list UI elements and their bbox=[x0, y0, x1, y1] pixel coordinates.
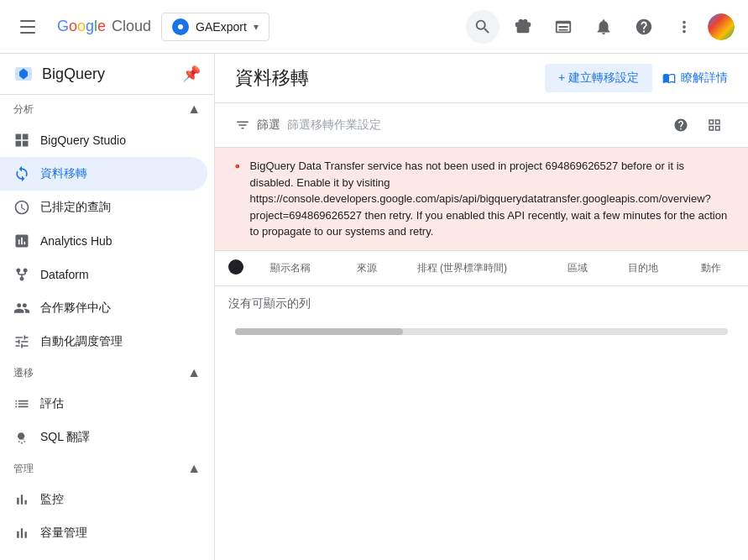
analytics-icon bbox=[13, 233, 30, 249]
sidebar-item-monitoring[interactable]: 監控 bbox=[0, 483, 207, 516]
sidebar-item-automation[interactable]: 自動化調度管理 bbox=[0, 325, 207, 359]
error-icon bbox=[235, 158, 240, 175]
col-destination: 目的地 bbox=[615, 251, 688, 286]
clock-icon bbox=[13, 199, 30, 216]
pin-icon[interactable]: 📌 bbox=[182, 65, 201, 83]
migration-chevron-icon: ▲ bbox=[187, 365, 201, 380]
wrench-icon bbox=[13, 429, 30, 446]
gift-icon bbox=[514, 18, 532, 36]
grid-icon bbox=[13, 132, 30, 149]
scheduled-queries-label: 已排定的查詢 bbox=[40, 200, 111, 215]
main-layout: BigQuery 📌 分析 ▲ BigQuery Studio 資料移轉 bbox=[0, 54, 748, 560]
section-analytics-label: 分析 bbox=[13, 102, 34, 117]
terminal-button[interactable] bbox=[547, 10, 580, 44]
search-button[interactable] bbox=[466, 10, 500, 44]
help-icon bbox=[635, 18, 653, 36]
partner-hub-label: 合作夥伴中心 bbox=[40, 301, 111, 316]
sync-icon bbox=[13, 165, 30, 182]
sidebar: BigQuery 📌 分析 ▲ BigQuery Studio 資料移轉 bbox=[0, 54, 215, 560]
col-region: 區域 bbox=[554, 251, 615, 286]
search-icon bbox=[473, 18, 492, 36]
google-cloud-logo[interactable]: Google Cloud bbox=[57, 18, 151, 35]
sidebar-item-sql-translation[interactable]: SQL 翻譯 bbox=[0, 421, 207, 454]
project-selector-button[interactable]: GAExport ▾ bbox=[161, 13, 269, 41]
notifications-button[interactable] bbox=[587, 10, 620, 44]
sidebar-item-dataform[interactable]: Dataform bbox=[0, 258, 207, 291]
create-transfer-button[interactable]: + 建立轉移設定 bbox=[545, 64, 652, 92]
capacity-icon bbox=[13, 525, 30, 542]
data-transfer-label: 資料移轉 bbox=[40, 166, 87, 181]
sidebar-item-scheduled-queries[interactable]: 已排定的查詢 bbox=[0, 191, 207, 224]
evaluation-label: 評估 bbox=[40, 396, 64, 411]
svg-point-0 bbox=[178, 24, 183, 29]
sidebar-header: BigQuery 📌 bbox=[0, 54, 214, 95]
sidebar-item-evaluation[interactable]: 評估 bbox=[0, 387, 207, 421]
filter-bar: 篩選 篩選移轉作業設定 bbox=[215, 103, 748, 148]
error-banner: BigQuery Data Transfer service has not b… bbox=[215, 148, 748, 251]
people-icon bbox=[13, 300, 30, 317]
content-header: 資料移轉 + 建立轉移設定 瞭解詳情 bbox=[215, 54, 748, 103]
filter-actions bbox=[667, 112, 728, 139]
nav-left: Google Cloud GAExport ▾ bbox=[13, 10, 269, 44]
bell-icon bbox=[594, 18, 613, 36]
project-name: GAExport bbox=[196, 20, 247, 34]
view-toggle-button[interactable] bbox=[701, 112, 728, 139]
col-checkbox bbox=[215, 251, 257, 286]
management-items: 監控 容量管理 bbox=[0, 483, 214, 550]
analytics-hub-label: Analytics Hub bbox=[40, 234, 112, 248]
chevron-down-icon: ▾ bbox=[254, 21, 259, 33]
col-actions: 動作 bbox=[688, 251, 748, 286]
header-actions: + 建立轉移設定 瞭解詳情 bbox=[545, 64, 728, 92]
table-area: 顯示名稱 來源 排程 (世界標準時間) 區域 目的地 動作 沒有可顯示的列 bbox=[215, 251, 748, 561]
automation-label: 自動化調度管理 bbox=[40, 334, 123, 349]
empty-message: 沒有可顯示的列 bbox=[215, 285, 748, 322]
header-checkbox[interactable] bbox=[228, 259, 243, 275]
user-avatar[interactable] bbox=[708, 13, 735, 40]
section-analytics[interactable]: 分析 ▲ bbox=[0, 95, 214, 123]
table-header: 顯示名稱 來源 排程 (世界標準時間) 區域 目的地 動作 bbox=[215, 251, 748, 286]
help-circle-icon bbox=[673, 118, 688, 133]
section-management[interactable]: 管理 ▲ bbox=[0, 454, 214, 483]
scrollbar-thumb[interactable] bbox=[235, 328, 403, 335]
sidebar-item-bigquery-studio[interactable]: BigQuery Studio bbox=[0, 123, 207, 157]
filter-help-button[interactable] bbox=[667, 112, 694, 139]
bigquery-icon bbox=[13, 64, 34, 84]
analytics-chevron-icon: ▲ bbox=[187, 102, 201, 117]
gift-button[interactable] bbox=[506, 10, 540, 44]
table-empty-row: 沒有可顯示的列 bbox=[215, 285, 748, 322]
branch-icon bbox=[13, 266, 30, 283]
error-message: BigQuery Data Transfer service has not b… bbox=[250, 158, 728, 240]
table-body: 沒有可顯示的列 bbox=[215, 285, 748, 322]
horizontal-scrollbar[interactable] bbox=[235, 328, 728, 335]
sidebar-item-capacity[interactable]: 容量管理 bbox=[0, 516, 207, 550]
more-options-button[interactable] bbox=[667, 10, 701, 44]
top-navigation: Google Cloud GAExport ▾ bbox=[0, 0, 748, 54]
migration-items: 評估 SQL 翻譯 bbox=[0, 387, 214, 454]
list-icon bbox=[13, 395, 30, 412]
dataform-label: Dataform bbox=[40, 268, 89, 281]
dots-vertical-icon bbox=[675, 18, 693, 36]
section-migration[interactable]: 遷移 ▲ bbox=[0, 359, 214, 387]
grid-view-icon bbox=[707, 118, 722, 133]
bigquery-studio-label: BigQuery Studio bbox=[40, 133, 126, 147]
book-icon bbox=[662, 71, 676, 85]
hamburger-icon bbox=[20, 17, 40, 37]
sidebar-item-partner-hub[interactable]: 合作夥伴中心 bbox=[0, 291, 207, 325]
scrollbar-area bbox=[215, 322, 748, 335]
sidebar-item-data-transfer[interactable]: 資料移轉 bbox=[0, 157, 207, 191]
chart-bar-icon bbox=[13, 491, 30, 508]
monitoring-label: 監控 bbox=[40, 492, 64, 507]
management-chevron-icon: ▲ bbox=[187, 461, 201, 476]
filter-placeholder[interactable]: 篩選移轉作業設定 bbox=[287, 118, 661, 133]
col-name: 顯示名稱 bbox=[257, 251, 343, 286]
col-source: 來源 bbox=[343, 251, 404, 286]
sidebar-item-analytics-hub[interactable]: Analytics Hub bbox=[0, 224, 207, 258]
project-icon bbox=[172, 18, 189, 35]
help-button[interactable] bbox=[627, 10, 661, 44]
hamburger-menu-button[interactable] bbox=[13, 10, 47, 44]
create-transfer-label: + 建立轉移設定 bbox=[558, 71, 639, 86]
col-schedule: 排程 (世界標準時間) bbox=[404, 251, 554, 286]
learn-more-button[interactable]: 瞭解詳情 bbox=[662, 71, 728, 86]
section-management-label: 管理 bbox=[13, 462, 34, 476]
nav-right bbox=[466, 10, 735, 44]
